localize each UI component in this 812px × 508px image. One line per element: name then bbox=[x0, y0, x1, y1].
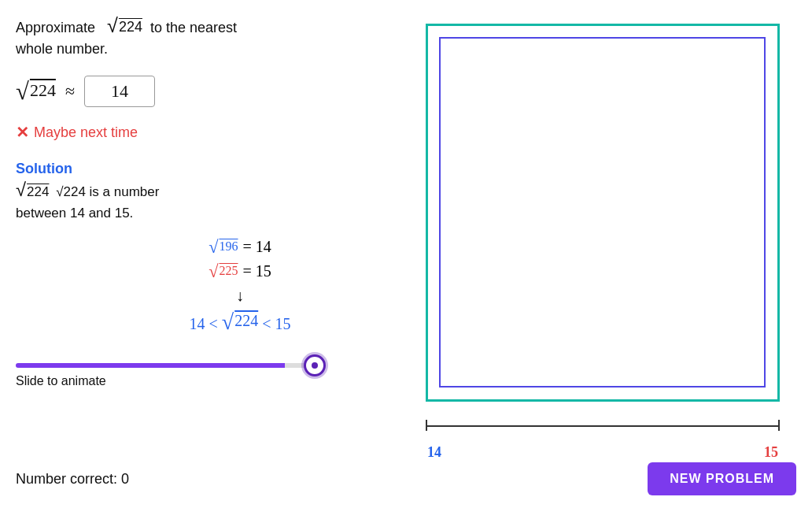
step2-sqrt: √225 bbox=[209, 263, 238, 280]
x-icon: ✕ bbox=[16, 123, 29, 142]
nl-labels: 14 15 bbox=[426, 444, 780, 461]
feedback-message: Maybe next time bbox=[34, 124, 138, 141]
solution-description: √224 √224 is a number between 14 and 15. bbox=[16, 180, 401, 224]
step1-sqrt: √196 bbox=[209, 239, 238, 256]
ineq-radicand: 224 bbox=[234, 311, 258, 330]
number-line-section: 14 15 bbox=[426, 410, 780, 461]
nl-label-15: 15 bbox=[764, 444, 778, 461]
slider-thumb-inner bbox=[312, 362, 318, 369]
visualization-area: 14 15 bbox=[426, 24, 788, 461]
bottom-bar: Number correct: 0 NEW PROBLEM bbox=[16, 462, 796, 495]
sol-radical: √ bbox=[16, 180, 26, 199]
outer-box bbox=[426, 24, 780, 402]
number-line bbox=[426, 410, 780, 441]
new-problem-button[interactable]: NEW PROBLEM bbox=[648, 462, 796, 495]
slider-thumb bbox=[304, 354, 326, 376]
arrow-down: ↓ bbox=[236, 287, 244, 305]
radical-sign-input: √ bbox=[16, 80, 29, 104]
slider-label: Slide to animate bbox=[16, 374, 401, 388]
problem-text-part2: to the nearest bbox=[150, 20, 237, 35]
solution-section: Solution √224 √224 is a number between 1… bbox=[16, 161, 401, 224]
step1-radical: √ bbox=[209, 239, 218, 256]
input-row: √224 ≈ bbox=[16, 76, 401, 107]
step2-row: √225 = 15 bbox=[79, 262, 401, 280]
problem-statement: Approximate √224 to the nearest whole nu… bbox=[16, 16, 401, 60]
solution-title: Solution bbox=[16, 161, 401, 177]
slider-section: Slide to animate bbox=[16, 363, 401, 388]
slider-container[interactable] bbox=[16, 363, 401, 368]
sol-text2: between 14 and 15. bbox=[16, 206, 133, 221]
problem-sqrt: √224 bbox=[107, 16, 142, 38]
step1-result: = 14 bbox=[243, 238, 271, 256]
inequality-text: 14 < √224 < 15 bbox=[190, 311, 291, 333]
radical-sign: √ bbox=[107, 16, 118, 35]
step2-result: = 15 bbox=[243, 262, 271, 280]
problem-radicand: 224 bbox=[119, 16, 142, 38]
feedback-row: ✕ Maybe next time bbox=[16, 123, 401, 142]
inner-box bbox=[439, 37, 766, 387]
nl-label-14: 14 bbox=[427, 444, 441, 461]
approx-symbol: ≈ bbox=[65, 81, 75, 102]
arrow-row: ↓ bbox=[79, 287, 401, 305]
step1-radicand: 196 bbox=[220, 239, 238, 254]
nl-tick-left bbox=[426, 420, 427, 431]
step2-radical: √ bbox=[209, 263, 218, 280]
sol-text1: √224 is a number bbox=[56, 184, 159, 199]
answer-input[interactable] bbox=[84, 76, 155, 107]
step2-radicand: 225 bbox=[220, 263, 238, 278]
inequality-row: 14 < √224 < 15 bbox=[79, 311, 401, 333]
nl-tick-right bbox=[778, 420, 780, 431]
step1-row: √196 = 14 bbox=[79, 238, 401, 256]
input-radicand: 224 bbox=[30, 80, 56, 101]
problem-text-part3: whole number. bbox=[16, 41, 108, 57]
sol-radicand: 224 bbox=[27, 180, 49, 202]
ineq-radical: √ bbox=[222, 311, 234, 333]
math-steps: √196 = 14 √225 = 15 ↓ bbox=[79, 232, 401, 339]
slider-track bbox=[16, 363, 315, 368]
nl-line bbox=[426, 425, 780, 427]
input-sqrt-label: √224 bbox=[16, 80, 56, 104]
problem-text-part1: Approximate bbox=[16, 20, 95, 35]
number-correct: Number correct: 0 bbox=[16, 471, 129, 488]
right-panel: 14 15 bbox=[417, 16, 796, 492]
